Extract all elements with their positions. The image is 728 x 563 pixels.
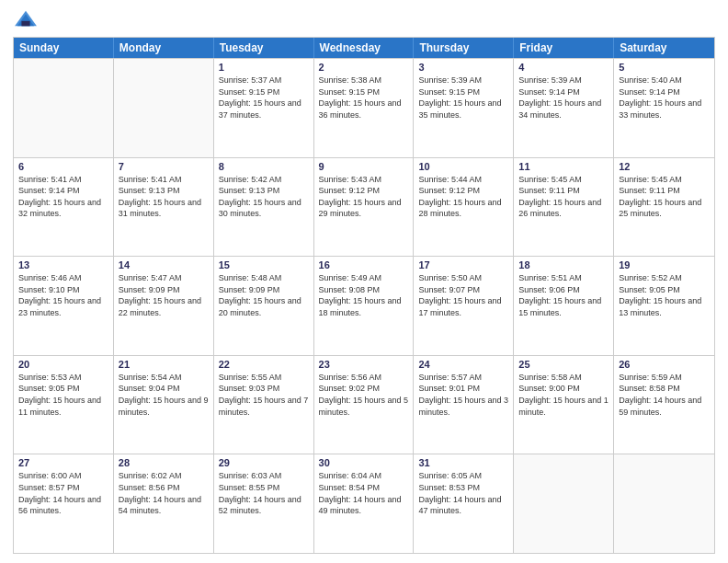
day-info: Sunrise: 5:41 AMSunset: 9:14 PMDaylight:… bbox=[18, 174, 108, 220]
empty-cell bbox=[614, 454, 714, 553]
day-number: 15 bbox=[219, 259, 309, 270]
day-info: Sunrise: 5:45 AMSunset: 9:11 PMDaylight:… bbox=[518, 174, 609, 220]
day-info: Sunrise: 5:39 AMSunset: 9:14 PMDaylight:… bbox=[518, 75, 609, 121]
empty-cell bbox=[514, 454, 614, 553]
day-info: Sunrise: 5:47 AMSunset: 9:09 PMDaylight:… bbox=[119, 272, 209, 318]
day-number: 29 bbox=[219, 457, 309, 468]
day-info: Sunrise: 5:44 AMSunset: 9:12 PMDaylight:… bbox=[418, 174, 508, 220]
day-info: Sunrise: 5:52 AMSunset: 9:05 PMDaylight:… bbox=[619, 272, 710, 318]
day-cell-20: 20Sunrise: 5:53 AMSunset: 9:05 PMDayligh… bbox=[14, 356, 114, 454]
day-cell-26: 26Sunrise: 5:59 AMSunset: 8:58 PMDayligh… bbox=[614, 356, 714, 454]
day-number: 18 bbox=[518, 259, 609, 270]
day-cell-30: 30Sunrise: 6:04 AMSunset: 8:54 PMDayligh… bbox=[314, 454, 415, 553]
day-info: Sunrise: 5:43 AMSunset: 9:12 PMDaylight:… bbox=[319, 174, 409, 220]
day-cell-14: 14Sunrise: 5:47 AMSunset: 9:09 PMDayligh… bbox=[114, 257, 214, 355]
day-number: 21 bbox=[119, 359, 209, 370]
day-number: 9 bbox=[319, 161, 409, 172]
day-cell-13: 13Sunrise: 5:46 AMSunset: 9:10 PMDayligh… bbox=[14, 257, 114, 355]
day-number: 16 bbox=[319, 259, 409, 270]
day-info: Sunrise: 5:39 AMSunset: 9:15 PMDaylight:… bbox=[418, 75, 508, 121]
empty-cell bbox=[114, 59, 214, 157]
day-cell-27: 27Sunrise: 6:00 AMSunset: 8:57 PMDayligh… bbox=[14, 454, 114, 553]
day-number: 1 bbox=[219, 62, 309, 73]
day-cell-19: 19Sunrise: 5:52 AMSunset: 9:05 PMDayligh… bbox=[614, 257, 714, 355]
day-cell-22: 22Sunrise: 5:55 AMSunset: 9:03 PMDayligh… bbox=[214, 356, 314, 454]
header bbox=[13, 9, 715, 29]
day-info: Sunrise: 5:50 AMSunset: 9:07 PMDaylight:… bbox=[418, 272, 508, 318]
day-info: Sunrise: 5:38 AMSunset: 9:15 PMDaylight:… bbox=[319, 75, 409, 121]
day-number: 28 bbox=[119, 457, 209, 468]
day-info: Sunrise: 5:41 AMSunset: 9:13 PMDaylight:… bbox=[119, 174, 209, 220]
day-number: 23 bbox=[319, 359, 409, 370]
week-row-1: 6Sunrise: 5:41 AMSunset: 9:14 PMDaylight… bbox=[14, 157, 714, 257]
week-row-4: 27Sunrise: 6:00 AMSunset: 8:57 PMDayligh… bbox=[14, 454, 714, 553]
day-number: 8 bbox=[219, 161, 309, 172]
day-cell-25: 25Sunrise: 5:58 AMSunset: 9:00 PMDayligh… bbox=[514, 356, 614, 454]
day-of-week-tuesday: Tuesday bbox=[214, 38, 314, 58]
week-row-3: 20Sunrise: 5:53 AMSunset: 9:05 PMDayligh… bbox=[14, 355, 714, 454]
week-row-0: 1Sunrise: 5:37 AMSunset: 9:15 PMDaylight… bbox=[14, 58, 714, 157]
day-cell-11: 11Sunrise: 5:45 AMSunset: 9:11 PMDayligh… bbox=[514, 158, 614, 257]
day-number: 26 bbox=[619, 359, 710, 370]
day-number: 24 bbox=[418, 359, 508, 370]
day-info: Sunrise: 5:48 AMSunset: 9:09 PMDaylight:… bbox=[219, 272, 309, 318]
day-number: 31 bbox=[418, 457, 508, 468]
day-cell-9: 9Sunrise: 5:43 AMSunset: 9:12 PMDaylight… bbox=[314, 158, 415, 257]
day-cell-21: 21Sunrise: 5:54 AMSunset: 9:04 PMDayligh… bbox=[114, 356, 214, 454]
logo-icon bbox=[13, 9, 39, 29]
day-cell-6: 6Sunrise: 5:41 AMSunset: 9:14 PMDaylight… bbox=[14, 158, 114, 257]
day-info: Sunrise: 5:42 AMSunset: 9:13 PMDaylight:… bbox=[219, 174, 309, 220]
day-info: Sunrise: 6:04 AMSunset: 8:54 PMDaylight:… bbox=[319, 470, 409, 516]
day-info: Sunrise: 5:53 AMSunset: 9:05 PMDaylight:… bbox=[18, 372, 108, 418]
day-info: Sunrise: 5:49 AMSunset: 9:08 PMDaylight:… bbox=[319, 272, 409, 318]
day-number: 6 bbox=[18, 161, 108, 172]
day-info: Sunrise: 5:54 AMSunset: 9:04 PMDaylight:… bbox=[119, 372, 209, 418]
day-info: Sunrise: 5:37 AMSunset: 9:15 PMDaylight:… bbox=[219, 75, 309, 121]
day-info: Sunrise: 6:03 AMSunset: 8:55 PMDaylight:… bbox=[219, 470, 309, 516]
day-number: 14 bbox=[119, 259, 209, 270]
logo bbox=[13, 9, 42, 29]
day-info: Sunrise: 6:05 AMSunset: 8:53 PMDaylight:… bbox=[418, 470, 508, 516]
day-number: 19 bbox=[619, 259, 710, 270]
calendar-header: SundayMondayTuesdayWednesdayThursdayFrid… bbox=[14, 38, 714, 58]
day-cell-4: 4Sunrise: 5:39 AMSunset: 9:14 PMDaylight… bbox=[514, 59, 614, 157]
day-of-week-sunday: Sunday bbox=[14, 38, 114, 58]
day-number: 3 bbox=[418, 62, 508, 73]
day-cell-5: 5Sunrise: 5:40 AMSunset: 9:14 PMDaylight… bbox=[614, 59, 714, 157]
day-number: 17 bbox=[418, 259, 508, 270]
calendar: SundayMondayTuesdayWednesdayThursdayFrid… bbox=[13, 37, 715, 554]
day-number: 4 bbox=[518, 62, 609, 73]
day-cell-7: 7Sunrise: 5:41 AMSunset: 9:13 PMDaylight… bbox=[114, 158, 214, 257]
day-number: 30 bbox=[319, 457, 409, 468]
day-number: 7 bbox=[119, 161, 209, 172]
day-cell-18: 18Sunrise: 5:51 AMSunset: 9:06 PMDayligh… bbox=[514, 257, 614, 355]
day-number: 22 bbox=[219, 359, 309, 370]
day-number: 13 bbox=[18, 259, 108, 270]
page: SundayMondayTuesdayWednesdayThursdayFrid… bbox=[0, 0, 728, 563]
svg-rect-2 bbox=[21, 21, 29, 27]
day-cell-29: 29Sunrise: 6:03 AMSunset: 8:55 PMDayligh… bbox=[214, 454, 314, 553]
day-info: Sunrise: 5:51 AMSunset: 9:06 PMDaylight:… bbox=[518, 272, 609, 318]
day-number: 20 bbox=[18, 359, 108, 370]
day-cell-15: 15Sunrise: 5:48 AMSunset: 9:09 PMDayligh… bbox=[214, 257, 314, 355]
day-of-week-friday: Friday bbox=[514, 38, 614, 58]
day-info: Sunrise: 6:02 AMSunset: 8:56 PMDaylight:… bbox=[119, 470, 209, 516]
day-cell-3: 3Sunrise: 5:39 AMSunset: 9:15 PMDaylight… bbox=[414, 59, 514, 157]
day-of-week-wednesday: Wednesday bbox=[314, 38, 415, 58]
day-number: 25 bbox=[518, 359, 609, 370]
day-info: Sunrise: 5:40 AMSunset: 9:14 PMDaylight:… bbox=[619, 75, 710, 121]
day-number: 11 bbox=[518, 161, 609, 172]
day-cell-2: 2Sunrise: 5:38 AMSunset: 9:15 PMDaylight… bbox=[314, 59, 415, 157]
day-cell-16: 16Sunrise: 5:49 AMSunset: 9:08 PMDayligh… bbox=[314, 257, 415, 355]
day-cell-17: 17Sunrise: 5:50 AMSunset: 9:07 PMDayligh… bbox=[414, 257, 514, 355]
day-info: Sunrise: 5:45 AMSunset: 9:11 PMDaylight:… bbox=[619, 174, 710, 220]
day-cell-8: 8Sunrise: 5:42 AMSunset: 9:13 PMDaylight… bbox=[214, 158, 314, 257]
calendar-body: 1Sunrise: 5:37 AMSunset: 9:15 PMDaylight… bbox=[14, 58, 714, 553]
day-cell-28: 28Sunrise: 6:02 AMSunset: 8:56 PMDayligh… bbox=[114, 454, 214, 553]
day-number: 5 bbox=[619, 62, 710, 73]
day-number: 2 bbox=[319, 62, 409, 73]
day-cell-23: 23Sunrise: 5:56 AMSunset: 9:02 PMDayligh… bbox=[314, 356, 415, 454]
day-info: Sunrise: 5:59 AMSunset: 8:58 PMDaylight:… bbox=[619, 372, 710, 418]
day-number: 10 bbox=[418, 161, 508, 172]
day-cell-1: 1Sunrise: 5:37 AMSunset: 9:15 PMDaylight… bbox=[214, 59, 314, 157]
